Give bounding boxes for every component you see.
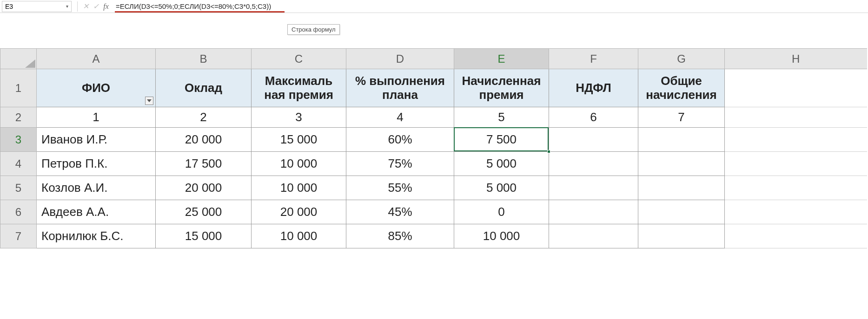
cell-B2[interactable]: 2 [156, 107, 252, 128]
cell-D7[interactable]: 85% [346, 224, 454, 248]
header-fio[interactable]: ФИО [37, 69, 156, 107]
cell-D3[interactable]: 60% [346, 128, 454, 152]
col-head-F[interactable]: F [549, 49, 638, 69]
cell-E3[interactable]: 7 500 [454, 128, 549, 152]
header-ndfl[interactable]: НДФЛ [549, 69, 638, 107]
cell-B7[interactable]: 15 000 [156, 224, 252, 248]
col-head-D[interactable]: D [346, 49, 454, 69]
cell-F6[interactable] [549, 200, 638, 224]
row-head-7[interactable]: 7 [0, 224, 37, 248]
cell-G3[interactable] [638, 128, 725, 152]
formula-bar: E3 ▾ ✕ ✓ fx =ЕСЛИ(D3<=50%;0;ЕСЛИ(D3<=80%… [0, 0, 868, 13]
cell-F2[interactable]: 6 [549, 107, 638, 128]
cell-A4[interactable]: Петров П.К. [37, 152, 156, 176]
col-head-G[interactable]: G [638, 49, 725, 69]
select-all-corner[interactable] [0, 49, 37, 69]
cell-E5[interactable]: 5 000 [454, 176, 549, 200]
header-max-premia[interactable]: Максимальная премия [252, 69, 346, 107]
separator [77, 1, 78, 12]
cell-D4[interactable]: 75% [346, 152, 454, 176]
cell-C5[interactable]: 10 000 [252, 176, 346, 200]
formula-text: =ЕСЛИ(D3<=50%;0;ЕСЛИ(D3<=80%;C3*0,5;C3)) [116, 2, 271, 10]
filter-button[interactable] [145, 97, 153, 105]
cell-H3[interactable] [725, 128, 867, 152]
cell-B3[interactable]: 20 000 [156, 128, 252, 152]
cell-F3[interactable] [549, 128, 638, 152]
cell-E7[interactable]: 10 000 [454, 224, 549, 248]
header-oklad[interactable]: Оклад [156, 69, 252, 107]
cell-D2[interactable]: 4 [346, 107, 454, 128]
row-head-4[interactable]: 4 [0, 152, 37, 176]
name-box-value: E3 [5, 3, 66, 10]
cell-C4[interactable]: 10 000 [252, 152, 346, 176]
row-head-2[interactable]: 2 [0, 107, 37, 128]
formula-input[interactable]: =ЕСЛИ(D3<=50%;0;ЕСЛИ(D3<=80%;C3*0,5;C3)) [115, 1, 866, 12]
cell-E6[interactable]: 0 [454, 200, 549, 224]
row-head-1[interactable]: 1 [0, 69, 37, 107]
cell-F5[interactable] [549, 176, 638, 200]
cell-H6[interactable] [725, 200, 867, 224]
cell-C7[interactable]: 10 000 [252, 224, 346, 248]
table-row: 3 Иванов И.Р. 20 000 15 000 60% 7 500 [0, 128, 867, 152]
formula-bar-tooltip: Строка формул [287, 24, 340, 35]
enter-icon: ✓ [91, 1, 101, 12]
cell-B6[interactable]: 25 000 [156, 200, 252, 224]
cancel-icon: ✕ [80, 1, 91, 12]
col-head-B[interactable]: B [156, 49, 252, 69]
formula-underline [115, 11, 285, 13]
cell-A5[interactable]: Козлов А.И. [37, 176, 156, 200]
cell-E2[interactable]: 5 [454, 107, 549, 128]
cell-F4[interactable] [549, 152, 638, 176]
cell-H4[interactable] [725, 152, 867, 176]
cell-D5[interactable]: 55% [346, 176, 454, 200]
cell-D6[interactable]: 45% [346, 200, 454, 224]
header-plan-pct[interactable]: % выполнения плана [346, 69, 454, 107]
spreadsheet-grid: A B C D E F G H 1 ФИО Оклад Максимальная… [0, 48, 867, 248]
cell-C6[interactable]: 20 000 [252, 200, 346, 224]
col-head-H[interactable]: H [725, 49, 867, 69]
table-row: 7 Корнилюк Б.С. 15 000 10 000 85% 10 000 [0, 224, 867, 248]
cell-B4[interactable]: 17 500 [156, 152, 252, 176]
cell-E4[interactable]: 5 000 [454, 152, 549, 176]
cell-H5[interactable] [725, 176, 867, 200]
column-header-row: A B C D E F G H [0, 49, 867, 69]
table-row: 1 ФИО Оклад Максимальная премия % выполн… [0, 69, 867, 107]
cell-A2[interactable]: 1 [37, 107, 156, 128]
cell-H1[interactable] [725, 69, 867, 107]
name-box-dropdown-icon[interactable]: ▾ [66, 4, 68, 9]
table-row: 2 1 2 3 4 5 6 7 [0, 107, 867, 128]
cell-H2[interactable] [725, 107, 867, 128]
col-head-A[interactable]: A [37, 49, 156, 69]
cell-C3[interactable]: 15 000 [252, 128, 346, 152]
cell-G4[interactable] [638, 152, 725, 176]
col-head-E[interactable]: E [454, 49, 549, 69]
cell-F7[interactable] [549, 224, 638, 248]
insert-function-icon[interactable]: fx [101, 1, 111, 12]
row-head-3[interactable]: 3 [0, 128, 37, 152]
cell-G2[interactable]: 7 [638, 107, 725, 128]
cell-C2[interactable]: 3 [252, 107, 346, 128]
cell-G6[interactable] [638, 200, 725, 224]
cell-A7[interactable]: Корнилюк Б.С. [37, 224, 156, 248]
cell-H7[interactable] [725, 224, 867, 248]
cell-B5[interactable]: 20 000 [156, 176, 252, 200]
row-head-6[interactable]: 6 [0, 200, 37, 224]
name-box[interactable]: E3 ▾ [2, 1, 72, 12]
table-row: 5 Козлов А.И. 20 000 10 000 55% 5 000 [0, 176, 867, 200]
cell-G5[interactable] [638, 176, 725, 200]
row-head-5[interactable]: 5 [0, 176, 37, 200]
col-head-C[interactable]: C [252, 49, 346, 69]
spacer [0, 13, 868, 40]
header-total[interactable]: Общие начисления [638, 69, 725, 107]
cell-A3[interactable]: Иванов И.Р. [37, 128, 156, 152]
fill-handle[interactable] [547, 150, 550, 153]
cell-A6[interactable]: Авдеев А.А. [37, 200, 156, 224]
cell-G7[interactable] [638, 224, 725, 248]
header-premia[interactable]: Начисленная премия [454, 69, 549, 107]
table-row: 6 Авдеев А.А. 25 000 20 000 45% 0 [0, 200, 867, 224]
table-row: 4 Петров П.К. 17 500 10 000 75% 5 000 [0, 152, 867, 176]
header-fio-text: ФИО [41, 81, 151, 95]
